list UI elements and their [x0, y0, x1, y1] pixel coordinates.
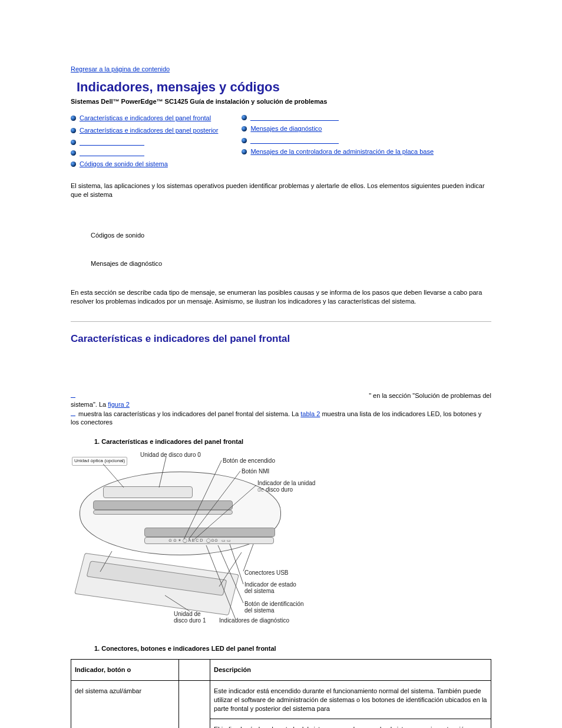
label-diag: Indicadores de diagnóstico	[219, 617, 289, 625]
toc-link[interactable]: Características e indicadores del panel …	[80, 126, 218, 135]
front-panel-table: Indicador, botón o Descripción del siste…	[71, 659, 491, 728]
bullet-icon	[242, 138, 247, 143]
cell-description-2: El indicador ámbar de estado del sistema…	[210, 719, 491, 728]
bullet-icon	[71, 116, 76, 121]
svg-line-5	[243, 544, 253, 571]
intro-paragraph: El sistema, las aplicaciones y los siste…	[71, 182, 491, 199]
toc-link-blank[interactable]	[80, 139, 144, 146]
figure-caption: 1. Características e indicadores del pan…	[94, 437, 491, 446]
cell-description: Este indicador está encendido durante el…	[210, 680, 491, 719]
toc-link[interactable]: Mensajes de la controladora de administr…	[250, 147, 434, 156]
intro-paragraph-2: En esta sección se describe cada tipo de…	[71, 288, 491, 306]
toc-link[interactable]: Códigos de sonido del sistema	[80, 160, 168, 169]
th-icon	[179, 659, 210, 680]
link-tabla-2[interactable]: tabla 2	[300, 410, 320, 417]
table-caption: 1. Conectores, botones e indicadores LED…	[94, 644, 491, 653]
label-hdd0: Unidad de disco duro 0	[140, 451, 201, 459]
label-idbtn2: del sistema	[244, 607, 275, 615]
section-heading: Características e indicadores del panel …	[71, 332, 491, 346]
bullet-icon	[242, 126, 247, 131]
cell-icon	[179, 680, 210, 728]
th-description: Descripción	[210, 659, 491, 680]
label-usb: Conectores USB	[244, 569, 288, 577]
page-subtitle: Sistemas Dell™ PowerEdge™ SC1425 Guía de…	[71, 97, 491, 106]
mid-bullet-1: Códigos de sonido	[91, 231, 491, 240]
section1-paragraph: " en la sección "Solución de problemas d…	[71, 391, 491, 427]
back-link[interactable]: Regresar a la página de contenido	[71, 65, 170, 73]
bullet-icon	[71, 128, 76, 133]
bullet-icon	[71, 150, 76, 156]
label-nmi: Botón NMI	[242, 467, 269, 476]
label-optical-drive: Unidad óptica (opcional)	[72, 457, 127, 466]
table-header-row: Indicador, botón o Descripción	[71, 659, 491, 680]
table-row: del sistema azul/ámbar Este indicador es…	[71, 680, 491, 719]
toc-link[interactable]: Mensajes de diagnóstico	[250, 124, 322, 133]
section-divider	[71, 321, 491, 322]
front-panel-diagram: Unidad óptica (opcional) Unidad de disco…	[71, 451, 327, 628]
toc-link-blank[interactable]	[80, 149, 144, 156]
cell-indicator-name: del sistema azul/ámbar	[71, 680, 179, 728]
th-indicator: Indicador, botón o	[71, 659, 179, 680]
bullet-icon	[71, 140, 76, 145]
bullet-icon	[71, 162, 76, 167]
bullet-icon	[242, 149, 247, 154]
toc-link-blank[interactable]	[250, 114, 339, 121]
label-status2: del sistema	[244, 587, 275, 595]
toc-link-blank[interactable]	[250, 137, 339, 144]
link-figura-2[interactable]: figura 2	[108, 401, 130, 408]
toc: Características e indicadores del panel …	[71, 114, 491, 169]
mid-bullet-2: Mensajes de diagnóstico	[91, 259, 491, 268]
page-title: Indicadores, mensajes y códigos	[77, 78, 491, 96]
label-hd1b: disco duro 1	[174, 617, 206, 625]
inline-blank-link-2[interactable]	[71, 409, 75, 416]
toc-link[interactable]: Características e indicadores del panel …	[80, 114, 211, 123]
inline-blank-link[interactable]	[71, 391, 75, 398]
bullet-icon	[242, 115, 247, 120]
label-power-btn: Botón de encendido	[223, 457, 275, 465]
